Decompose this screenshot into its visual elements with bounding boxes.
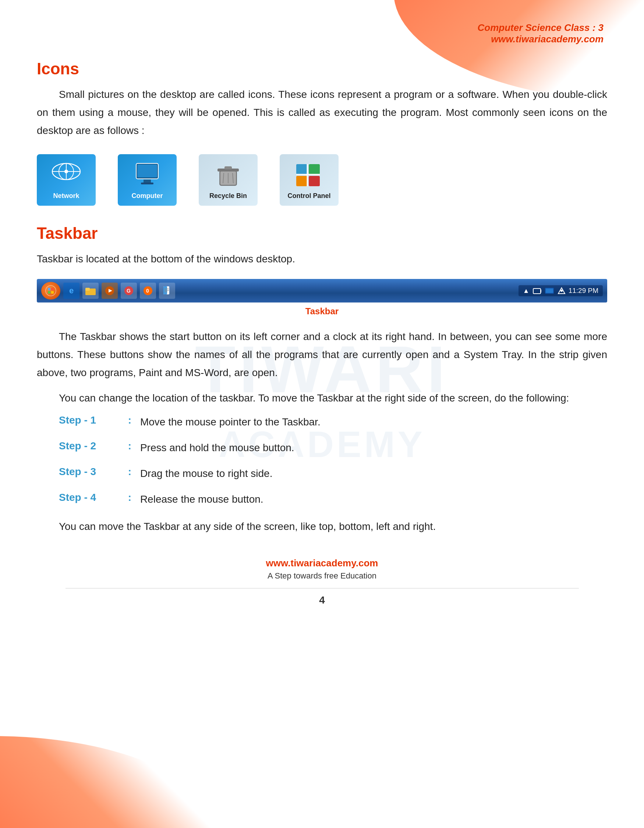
header-website: www.tiwariacademy.com [37,33,603,45]
svg-rect-25 [48,291,50,294]
taskbar-para1: The Taskbar shows the start button on it… [37,328,607,382]
icon-computer-image: Computer [118,154,177,206]
svg-rect-12 [224,166,232,169]
footer-website: www.tiwariacademy.com [37,558,607,569]
svg-rect-40 [533,289,541,294]
svg-rect-16 [296,164,307,174]
step-3-label: Step - 3 [59,466,125,478]
svg-rect-6 [137,165,157,177]
step-4-text: Release the mouse button. [140,492,263,507]
taskbar-visual-container: e [37,279,607,303]
footer-tagline: A Step towards free Education [37,571,607,581]
watermark-arrow-bottom-left [0,736,213,828]
step-row-4: Step - 4 : Release the mouse button. [59,492,607,507]
icon-computer-box: Computer [118,154,177,206]
taskbar-tray: ▲ 11:29 PM [519,285,603,296]
steps-container: Step - 1 : Move the mouse pointer to the… [59,414,607,507]
step-3-colon: : [125,466,134,478]
step-2-text: Press and hold the mouse button. [140,440,295,456]
icon-network-label: Network [53,192,79,200]
svg-rect-17 [296,176,307,186]
taskbar-bar: e [37,279,607,303]
taskbar-google-icon: G [121,282,137,299]
header: Computer Science Class : 3 www.tiwariaca… [37,22,607,45]
step-1-colon: : [125,414,134,426]
footer: www.tiwariacademy.com A Step towards fre… [37,558,607,617]
step-row-1: Step - 1 : Move the mouse pointer to the… [59,414,607,430]
taskbar-para2: You can change the location of the taskb… [37,389,607,407]
step-4-label: Step - 4 [59,492,125,503]
icon-recyclebin-label: Recycle Bin [209,192,247,200]
icons-row: Network Computer [37,154,607,206]
taskbar-time: 11:29 PM [569,287,599,295]
page-content: Computer Science Class : 3 www.tiwariaca… [0,0,644,646]
step-4-colon: : [125,492,134,503]
taskbar-section-title: Taskbar [37,224,607,243]
taskbar-orange-icon: 0 [140,282,156,299]
taskbar-section: Taskbar Taskbar is located at the bottom… [37,224,607,535]
taskbar-media-icon [102,282,118,299]
taskbar-caption: Taskbar [37,306,607,317]
step-2-label: Step - 2 [59,440,125,452]
icon-recyclebin-box: Recycle Bin [199,154,258,206]
step-row-2: Step - 2 : Press and hold the mouse butt… [59,440,607,456]
taskbar-doc-icon [159,282,175,299]
svg-rect-8 [141,182,154,184]
svg-rect-43 [546,289,553,293]
svg-rect-26 [51,291,54,294]
taskbar-intro: Taskbar is located at the bottom of the … [37,250,607,268]
icon-controlpanel-label: Control Panel [287,192,331,200]
recycle-svg-icon [212,160,245,190]
taskbar-para3: You can move the Taskbar at any side of … [37,518,607,535]
taskbar-folder-icon [82,282,99,299]
icon-recyclebin-image: Recycle Bin [199,154,258,206]
step-3-text: Drag the mouse to right side. [140,466,273,481]
step-1-text: Move the mouse pointer to the Taskbar. [140,414,321,430]
svg-rect-23 [48,288,50,290]
step-2-colon: : [125,440,134,452]
svg-rect-19 [309,176,320,186]
svg-rect-7 [144,180,151,182]
icon-network-box: Network [37,154,96,206]
footer-page-number: 4 [37,594,607,606]
computer-svg-icon [131,160,164,190]
taskbar-start-button [41,282,60,300]
svg-text:0: 0 [146,288,149,294]
icons-intro-text: Small pictures on the desktop are called… [37,85,607,140]
svg-rect-28 [85,288,90,291]
footer-divider [66,588,579,588]
icons-section-title: Icons [37,60,607,78]
step-1-label: Step - 1 [59,414,125,426]
svg-text:G: G [127,288,131,294]
svg-point-45 [561,290,563,292]
icon-controlpanel-box: Control Panel [280,154,338,206]
network-svg-icon [50,160,83,190]
svg-rect-24 [51,288,54,290]
header-title: Computer Science Class : 3 [37,22,603,33]
svg-rect-18 [309,164,320,174]
svg-rect-41 [541,290,541,293]
icon-network-image: Network [37,154,96,206]
icons-section: Icons Small pictures on the desktop are … [37,60,607,206]
taskbar-ie-icon: e [63,282,80,299]
svg-point-22 [45,285,56,296]
icon-computer-label: Computer [132,192,163,200]
step-row-3: Step - 3 : Drag the mouse to right side. [59,466,607,481]
controlpanel-svg-icon [293,160,326,190]
icon-controlpanel-image: Control Panel [280,154,338,206]
